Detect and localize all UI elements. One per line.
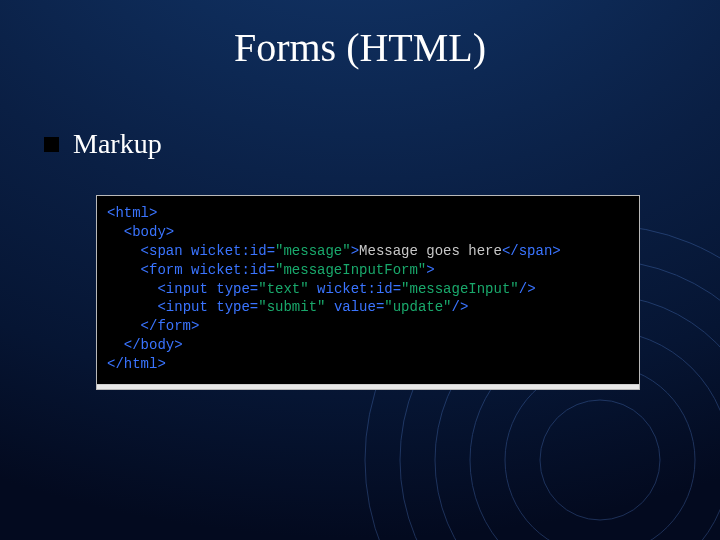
code-token: <html> [107,205,157,221]
bullet-icon [44,137,59,152]
slide: Forms (HTML) Markup <html> <body> <span … [0,0,720,540]
code-token: <input [157,299,207,315]
code-token: > [351,243,359,259]
code-token: wicket:id [183,262,267,278]
code-token: /> [519,281,536,297]
code-token: "text" [258,281,308,297]
bullet-item: Markup [44,128,162,160]
code-token: wicket:id [309,281,393,297]
code-token: Message goes here [359,243,502,259]
code-token: </body> [124,337,183,353]
code-block: <html> <body> <span wicket:id="message">… [96,195,640,390]
code-token: = [250,281,258,297]
code-token: "messageInputForm" [275,262,426,278]
code-token: "messageInput" [401,281,519,297]
svg-point-1 [505,365,695,540]
code-token: /> [452,299,469,315]
code-token: <span [141,243,183,259]
code-token: </form> [141,318,200,334]
code-token: type [208,299,250,315]
svg-point-0 [540,400,660,520]
code-token: <input [157,281,207,297]
code-token: "update" [384,299,451,315]
code-token: <body> [124,224,174,240]
code-token: > [426,262,434,278]
code-token: </html> [107,356,166,372]
code-token: = [250,299,258,315]
code-token: "submit" [258,299,325,315]
code-token: type [208,281,250,297]
code-token: value [325,299,375,315]
code-token: "message" [275,243,351,259]
code-block-footer [97,385,639,389]
code-token: = [267,243,275,259]
code-token: = [267,262,275,278]
code-content: <html> <body> <span wicket:id="message">… [97,196,639,385]
code-token: <form [141,262,183,278]
bullet-text: Markup [73,128,162,160]
slide-title: Forms (HTML) [0,24,720,71]
code-token: </span> [502,243,561,259]
code-token: = [393,281,401,297]
code-token: wicket:id [183,243,267,259]
